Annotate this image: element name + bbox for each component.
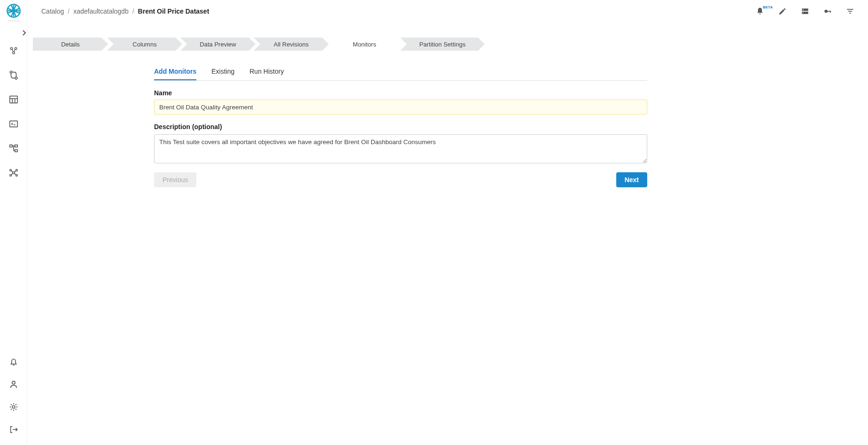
edit-icon[interactable] bbox=[778, 7, 787, 16]
notifications-icon[interactable] bbox=[8, 356, 20, 368]
monitor-name-input[interactable] bbox=[154, 100, 647, 115]
monitors-panel: Add Monitors Existing Run History Name D… bbox=[27, 54, 647, 187]
svg-point-3 bbox=[12, 52, 14, 54]
svg-rect-8 bbox=[9, 145, 12, 147]
name-label: Name bbox=[154, 89, 647, 97]
next-button[interactable]: Next bbox=[616, 172, 647, 187]
subtab-run-history[interactable]: Run History bbox=[249, 68, 284, 80]
tab-label: Data Preview bbox=[200, 41, 236, 48]
tab-monitors[interactable]: Monitors bbox=[327, 38, 402, 51]
subtab-existing[interactable]: Existing bbox=[211, 68, 234, 80]
breadcrumb-db[interactable]: xadefaultcatalogdb bbox=[73, 8, 129, 15]
breadcrumb-sep: / bbox=[132, 8, 134, 15]
tab-label: Details bbox=[61, 41, 80, 48]
nav-flow-icon[interactable] bbox=[8, 69, 20, 81]
monitor-description-input[interactable] bbox=[154, 134, 647, 163]
breadcrumb-current: Brent Oil Price Dataset bbox=[138, 8, 209, 15]
tab-details[interactable]: Details bbox=[33, 38, 108, 51]
tab-label: Partition Settings bbox=[419, 41, 465, 48]
subtab-label: Add Monitors bbox=[154, 68, 196, 75]
logout-icon[interactable] bbox=[8, 423, 20, 436]
storage-icon[interactable] bbox=[800, 7, 810, 16]
left-sidebar bbox=[0, 0, 27, 445]
tab-all-revisions[interactable]: All Revisions bbox=[254, 38, 329, 51]
dataset-tab-row: Details Columns Data Preview All Revisio… bbox=[27, 38, 868, 54]
breadcrumb-root[interactable]: Catalog bbox=[41, 8, 64, 15]
svg-point-5 bbox=[15, 77, 17, 79]
svg-rect-24 bbox=[830, 11, 831, 13]
svg-rect-7 bbox=[9, 121, 17, 127]
settings-icon[interactable] bbox=[8, 401, 20, 413]
svg-point-22 bbox=[824, 10, 828, 13]
app-logo[interactable] bbox=[7, 4, 21, 18]
svg-point-17 bbox=[12, 406, 15, 408]
button-label: Next bbox=[625, 176, 639, 184]
breadcrumb-sep: / bbox=[68, 8, 70, 15]
svg-point-11 bbox=[12, 172, 15, 174]
tab-columns[interactable]: Columns bbox=[107, 38, 182, 51]
svg-rect-9 bbox=[15, 145, 17, 147]
svg-point-21 bbox=[803, 13, 804, 14]
alerts-beta-icon[interactable]: BETA bbox=[755, 7, 765, 16]
svg-point-16 bbox=[12, 381, 15, 384]
nav-tree-icon[interactable] bbox=[8, 142, 20, 154]
tab-partition-settings[interactable]: Partition Settings bbox=[400, 38, 485, 51]
logo-divider bbox=[8, 21, 20, 21]
key-icon[interactable] bbox=[823, 7, 832, 16]
subtab-add-monitors[interactable]: Add Monitors bbox=[154, 68, 196, 80]
tab-label: All Revisions bbox=[274, 41, 309, 48]
svg-rect-10 bbox=[15, 150, 17, 152]
tab-label: Columns bbox=[132, 41, 156, 48]
nav-terminal-icon[interactable] bbox=[8, 118, 20, 130]
subtab-label: Existing bbox=[211, 68, 234, 75]
svg-rect-6 bbox=[9, 96, 17, 103]
breadcrumb: Catalog / xadefaultcatalogdb / Brent Oil… bbox=[36, 8, 209, 15]
beta-label: BETA bbox=[763, 5, 773, 9]
nav-group-bottom bbox=[8, 356, 20, 436]
svg-point-20 bbox=[803, 9, 804, 10]
wizard-button-row: Previous Next bbox=[154, 172, 647, 187]
filter-icon[interactable] bbox=[845, 7, 855, 16]
nav-connections-icon[interactable] bbox=[8, 45, 20, 57]
top-bar: Catalog / xadefaultcatalogdb / Brent Oil… bbox=[27, 0, 868, 23]
tab-label: Monitors bbox=[353, 41, 376, 48]
main-content: Details Columns Data Preview All Revisio… bbox=[27, 23, 868, 445]
monitor-subtab-row: Add Monitors Existing Run History bbox=[154, 68, 647, 81]
previous-button: Previous bbox=[154, 172, 196, 187]
subtab-label: Run History bbox=[249, 68, 284, 75]
button-label: Previous bbox=[163, 176, 188, 184]
expand-sidebar-toggle[interactable] bbox=[13, 28, 27, 38]
svg-point-4 bbox=[10, 71, 12, 73]
nav-table-icon[interactable] bbox=[8, 93, 20, 106]
monitor-form-desc: Description (optional) bbox=[154, 123, 647, 165]
user-icon[interactable] bbox=[8, 378, 20, 391]
monitor-form: Name bbox=[154, 89, 647, 115]
nav-group-top bbox=[8, 45, 20, 179]
nav-graph-icon[interactable] bbox=[8, 167, 20, 179]
tab-data-preview[interactable]: Data Preview bbox=[180, 38, 256, 51]
header-tools: BETA bbox=[755, 7, 860, 16]
description-label: Description (optional) bbox=[154, 123, 647, 130]
